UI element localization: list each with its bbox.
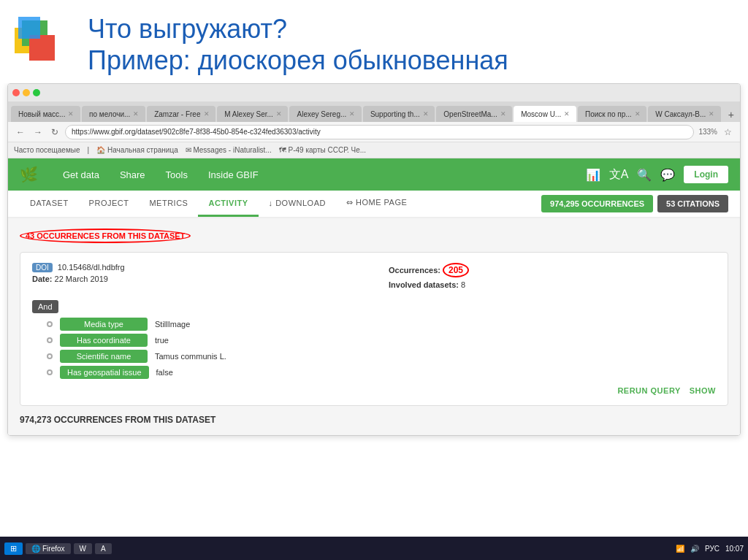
filter-tag-2: Scientific name xyxy=(60,350,148,363)
address-input[interactable] xyxy=(65,125,694,139)
tab-homepage[interactable]: ⇔ HOME PAGE xyxy=(336,191,417,217)
start-button[interactable]: ⊞ xyxy=(4,542,23,555)
date-label: Date: xyxy=(32,275,53,283)
windows-taskbar: ⊞ 🌐 Firefox W A 📶 🔊 РУС 10:07 xyxy=(0,537,748,560)
occurrences-button[interactable]: 974,295 OCCURRENCES xyxy=(541,195,653,212)
address-bar: ← → ↻ 133% ☆ xyxy=(8,122,740,142)
volume-icon: 🔊 xyxy=(690,545,699,553)
tab-7-active[interactable]: Moscow U... ✕ xyxy=(514,106,576,122)
tab-8[interactable]: Поиск по пр... ✕ xyxy=(578,106,646,122)
taskbar-word[interactable]: W xyxy=(74,543,92,554)
tab-6[interactable]: OpenStreetMa... ✕ xyxy=(436,106,512,122)
browser-titlebar xyxy=(8,84,740,101)
maximize-btn[interactable] xyxy=(33,89,40,96)
tab-1[interactable]: по мелочи... ✕ xyxy=(82,106,145,122)
show-button[interactable]: SHOW xyxy=(690,386,716,395)
taskbar-lang: РУС xyxy=(705,545,720,553)
tab-label: M Alexey Ser... xyxy=(224,110,273,118)
tab-close-icon[interactable]: ✕ xyxy=(423,110,429,118)
translate-icon[interactable]: 文A xyxy=(609,167,629,183)
filter-value-0: StillImage xyxy=(155,320,190,329)
tab-0[interactable]: Новый масс... ✕ xyxy=(11,106,80,122)
meta-right: Occurrences: 205 Involved datasets: 8 xyxy=(389,263,716,292)
occurrences-value: 205 xyxy=(443,263,469,277)
bookmark-1[interactable]: Часто посещаемые xyxy=(14,146,80,154)
forward-btn[interactable]: → xyxy=(31,127,45,137)
involved-label: Involved datasets: xyxy=(389,280,459,289)
tab-5[interactable]: Supporting th... ✕ xyxy=(363,106,435,122)
slide-logo xyxy=(15,13,73,72)
tab-dataset[interactable]: DATASET xyxy=(20,191,79,217)
bookmark-separator: | xyxy=(88,146,90,154)
doi-value: 10.15468/dl.hdbfrg xyxy=(58,263,125,272)
rerun-query-button[interactable]: RERUN QUERY xyxy=(617,386,680,395)
tab-close-icon[interactable]: ✕ xyxy=(204,110,210,118)
tab-close-icon[interactable]: ✕ xyxy=(349,110,355,118)
slide-header: Что выгружают? Пример: диоскорея обыкнов… xyxy=(0,0,748,83)
and-badge: And xyxy=(32,300,58,313)
minimize-btn[interactable] xyxy=(23,89,30,96)
tab-4[interactable]: Alexey Sereg... ✕ xyxy=(289,106,361,122)
taskbar-right: 📶 🔊 РУС 10:07 xyxy=(676,545,744,553)
chat-icon[interactable]: 💬 xyxy=(660,168,675,182)
back-btn[interactable]: ← xyxy=(14,127,27,137)
tab-label: по мелочи... xyxy=(89,110,130,118)
taskbar-browser[interactable]: 🌐 Firefox xyxy=(26,543,71,554)
login-button[interactable]: Login xyxy=(684,166,728,183)
second-occurrences-header: 974,273 OCCURRENCES FROM THIS DATASET xyxy=(20,412,728,428)
tab-download[interactable]: ↓ DOWNLOAD xyxy=(259,191,336,217)
search-icon[interactable]: 🔍 xyxy=(637,168,652,182)
tab-close-icon[interactable]: ✕ xyxy=(276,110,282,118)
refresh-btn[interactable]: ↻ xyxy=(49,127,61,137)
tab-close-icon[interactable]: ✕ xyxy=(709,110,714,118)
chart-icon[interactable]: 📊 xyxy=(586,168,600,182)
citations-button[interactable]: 53 CITATIONS xyxy=(657,195,728,212)
filter-dot-icon xyxy=(47,369,53,375)
tab-close-icon[interactable]: ✕ xyxy=(68,110,74,118)
filter-row-3: Has geospatial issue false xyxy=(47,366,716,379)
tab-metrics[interactable]: METRICS xyxy=(139,191,198,217)
tab-label: Новый масс... xyxy=(18,110,65,118)
inv-val: 8 xyxy=(461,280,465,289)
close-btn[interactable] xyxy=(12,89,20,96)
nav-get-data[interactable]: Get data xyxy=(53,169,110,180)
filter-tag-0: Media type xyxy=(60,318,148,331)
doi-badge: DOI xyxy=(32,263,53,272)
filter-row-1: Has coordinate true xyxy=(47,334,716,347)
new-tab-btn[interactable]: + xyxy=(725,107,737,122)
filter-row-0: Media type StillImage xyxy=(47,318,716,331)
tab-label: OpenStreetMa... xyxy=(443,110,497,118)
tab-close-icon[interactable]: ✕ xyxy=(133,110,139,118)
tab-close-icon[interactable]: ✕ xyxy=(500,110,506,118)
acrobat-icon: A xyxy=(101,545,106,553)
slide-title: Что выгружают? Пример: диоскорея обыкнов… xyxy=(88,13,726,76)
tab-2[interactable]: Zamzar - Free ✕ xyxy=(147,106,215,122)
word-icon: W xyxy=(80,545,86,553)
nav-tools[interactable]: Tools xyxy=(156,169,198,180)
date-row: Date: 22 March 2019 xyxy=(32,275,359,283)
svg-rect-2 xyxy=(29,35,55,61)
filter-tag-3: Has geospatial issue xyxy=(60,366,149,379)
nav-inside-gbif[interactable]: Inside GBIF xyxy=(198,169,269,180)
taskbar-acrobat[interactable]: A xyxy=(95,543,112,554)
taskbar-time: 10:07 xyxy=(725,545,744,553)
bookmark-3[interactable]: ✉ Messages - iNaturalist... xyxy=(186,146,272,154)
tab-close-icon[interactable]: ✕ xyxy=(564,110,570,118)
nav-share[interactable]: Share xyxy=(110,169,156,180)
filter-dot-icon xyxy=(47,353,53,359)
filter-value-2: Tamus communis L. xyxy=(155,352,226,361)
bookmark-icon[interactable]: ☆ xyxy=(722,127,734,137)
svg-rect-3 xyxy=(18,17,40,39)
tab-3[interactable]: M Alexey Ser... ✕ xyxy=(217,106,288,122)
tab-9[interactable]: W Саксаул-В... ✕ xyxy=(648,106,721,122)
browser-window: Новый масс... ✕ по мелочи... ✕ Zamzar - … xyxy=(7,83,741,436)
tab-project[interactable]: PROJECT xyxy=(79,191,140,217)
bookmark-2[interactable]: 🏠 Начальная страница xyxy=(96,146,178,154)
bookmark-4[interactable]: 🗺 P-49 карты СССР. Че... xyxy=(279,146,366,154)
tab-close-icon[interactable]: ✕ xyxy=(635,110,641,118)
occurrences-header: 43 OCCURRENCES FROM THIS DATASET xyxy=(20,226,728,246)
filter-value-3: false xyxy=(156,368,173,377)
tab-activity[interactable]: ACTIVITY xyxy=(198,191,258,217)
browser-icon: 🌐 xyxy=(31,545,40,553)
tab-right-buttons: 974,295 OCCURRENCES 53 CITATIONS xyxy=(541,195,728,212)
